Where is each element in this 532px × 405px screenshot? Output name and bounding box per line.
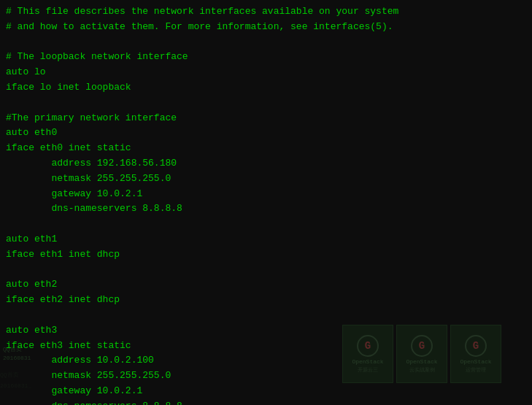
- code-line-26: dns-nameservers 8.8.8.8: [6, 399, 526, 405]
- code-line-25: gateway 10.0.2.1: [6, 384, 526, 399]
- code-line-0: # This file describes the network interf…: [6, 4, 526, 20]
- code-line-16: iface eth1 inet dhcp: [6, 247, 526, 263]
- code-line-22: iface eth3 inet static: [6, 339, 526, 354]
- code-line-9: iface eth0 inet static: [6, 141, 526, 156]
- code-line-19: iface eth2 inet dhcp: [6, 293, 526, 308]
- code-line-12: gateway 10.0.2.1: [6, 187, 526, 202]
- code-line-3: # The loopback network interface: [6, 50, 526, 65]
- code-line-21: auto eth3: [6, 323, 526, 339]
- code-line-11: netmask 255.255.255.0: [6, 171, 526, 187]
- code-line-6: [6, 96, 526, 111]
- terminal-window: # This file describes the network interf…: [0, 0, 532, 405]
- code-line-10: address 192.168.56.180: [6, 156, 526, 171]
- code-line-17: [6, 263, 526, 278]
- code-line-14: [6, 217, 526, 232]
- code-content: # This file describes the network interf…: [6, 4, 526, 405]
- code-line-4: auto lo: [6, 65, 526, 80]
- code-line-2: [6, 35, 526, 50]
- code-line-23: address 10.0.2.100: [6, 353, 526, 369]
- code-line-7: #The primary network interface: [6, 111, 526, 126]
- code-line-5: iface lo inet loopback: [6, 80, 526, 96]
- code-line-20: [6, 308, 526, 323]
- code-line-1: # and how to activate them. For more inf…: [6, 20, 526, 35]
- code-line-13: dns-nameservers 8.8.8.8: [6, 201, 526, 217]
- code-line-24: netmask 255.255.255.0: [6, 369, 526, 384]
- code-line-8: auto eth0: [6, 126, 526, 141]
- code-line-15: auto eth1: [6, 232, 526, 247]
- code-line-18: auto eth2: [6, 277, 526, 293]
